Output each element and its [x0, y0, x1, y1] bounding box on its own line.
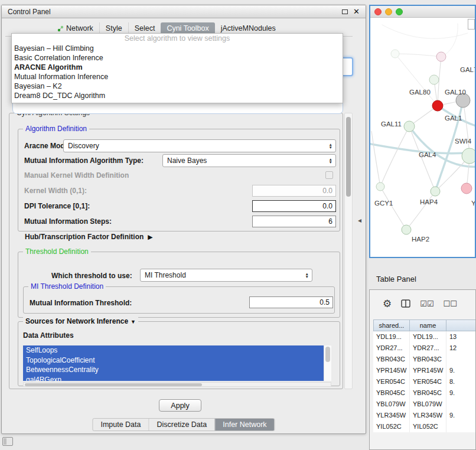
table-cell — [446, 421, 476, 432]
columns-icon[interactable] — [401, 299, 410, 308]
table-cell: 8. — [446, 376, 476, 387]
network-node[interactable] — [436, 52, 446, 61]
bottom-tab-infer-network[interactable]: Infer Network — [214, 419, 274, 431]
expand-arrow-icon[interactable]: ▶ — [148, 233, 152, 241]
network-node[interactable] — [404, 121, 415, 132]
collapse-arrow-down-icon[interactable]: ▼ — [131, 319, 136, 325]
zoom-button[interactable] — [396, 8, 403, 15]
scrollbar-thumb[interactable] — [325, 347, 330, 362]
table-cell: YDL19... — [410, 331, 446, 343]
settings-scrollbar[interactable] — [344, 113, 353, 389]
network-node[interactable] — [376, 182, 384, 191]
table-row[interactable]: YIL052CYIL052C — [373, 421, 476, 432]
tab-bar-items: NetworkStyleSelectCyni ToolboxjActiveMNo… — [51, 22, 282, 34]
restore-panel-icon[interactable] — [2, 437, 13, 446]
network-node[interactable] — [429, 75, 439, 84]
collapse-panel-icon[interactable]: ◂ — [358, 216, 361, 224]
sources-title[interactable]: Sources for Network Inference▼ — [23, 317, 138, 325]
table-row[interactable]: YER054CYER054C8. — [373, 376, 476, 387]
algorithm-option[interactable]: Bayesian – Hill Climbing — [12, 44, 343, 53]
bottom-tab-bar: Impute DataDiscretize DataInfer Network — [92, 418, 275, 431]
network-node[interactable] — [431, 187, 440, 196]
control-panel-window: Control Panel ✕ NetworkStyleSelectCyni T… — [1, 5, 366, 434]
apply-button[interactable]: Apply — [159, 399, 201, 412]
tab-select[interactable]: Select — [128, 22, 161, 34]
network-edge — [409, 126, 435, 191]
attribute-list-hscrollbar[interactable] — [23, 382, 331, 387]
gear-icon[interactable]: ⚙ — [383, 299, 392, 309]
control-panel-titlebar[interactable]: Control Panel ✕ — [2, 5, 366, 18]
column-header[interactable]: shared... — [373, 319, 410, 331]
table-row[interactable]: YBR045CYBR045C9. — [373, 387, 476, 399]
mi-steps-input[interactable] — [252, 216, 336, 227]
bottom-tab-impute-data[interactable]: Impute Data — [93, 419, 148, 431]
network-node[interactable] — [402, 225, 411, 234]
mi-threshold-label: Mutual Information Threshold: — [30, 299, 132, 307]
attribute-list-scrollbar[interactable] — [324, 345, 331, 381]
popup-placeholder: Select algorithm to view settings — [12, 34, 343, 44]
table-row[interactable]: YDR27...YDR27...12 — [373, 343, 476, 354]
network-window-titlebar[interactable] — [370, 6, 475, 18]
network-node[interactable] — [432, 100, 443, 111]
network-node[interactable] — [462, 148, 475, 164]
tab-label: jActiveMNodules — [221, 24, 276, 32]
column-header[interactable]: name — [410, 319, 446, 331]
tab-label: Select — [135, 24, 155, 32]
which-threshold-value: MI Threshold — [145, 271, 186, 279]
algorithm-option[interactable]: Bayesian – K2 — [12, 81, 343, 91]
manual-kernel-checkbox — [325, 171, 333, 179]
tab-network[interactable]: Network — [51, 22, 99, 34]
network-canvas-svg[interactable]: GAL7GAL80GAL10GAL11GAL1SWI4GAL4GCY1HAP4H… — [370, 18, 475, 257]
minimize-button[interactable] — [385, 8, 392, 15]
table-cell: YBR045C — [410, 387, 446, 399]
attribute-item[interactable]: SelfLoops — [23, 345, 324, 356]
table-row[interactable]: YBR043CYBR043C — [373, 354, 476, 365]
network-window: GAL7GAL80GAL10GAL11GAL1SWI4GAL4GCY1HAP4H… — [369, 5, 476, 258]
aracne-mode-select[interactable]: Discovery ▲▼ — [63, 139, 336, 152]
attribute-item[interactable]: TopologicalCoefficient — [23, 356, 324, 366]
scrollbar-thumb[interactable] — [346, 117, 351, 197]
tab-cyni-toolbox[interactable]: Cyni Toolbox — [161, 22, 214, 34]
window-buttons: ✕ — [342, 8, 360, 15]
mi-algorithm-type-select[interactable]: Naive Bayes ▲▼ — [162, 154, 336, 167]
network-node-label: GAL11 — [381, 120, 402, 128]
table-cell: 9. — [446, 365, 476, 376]
table-panel-title: Table Panel — [376, 275, 416, 283]
select-all-icon[interactable]: ☑☑ — [420, 299, 433, 309]
tab-label: Cyni Toolbox — [167, 24, 208, 32]
algorithm-option[interactable]: ARACNE Algorithm — [12, 63, 343, 72]
algorithm-option[interactable]: Mutual Information Inference — [12, 72, 343, 81]
close-button[interactable] — [374, 8, 382, 15]
mi-threshold-group-title: MI Threshold Definition — [28, 282, 106, 291]
dpi-tolerance-input[interactable] — [252, 200, 336, 212]
tab-style[interactable]: Style — [99, 22, 128, 34]
column-header[interactable] — [446, 319, 476, 331]
table-cell: YER054C — [410, 376, 446, 387]
hub-definition-section[interactable]: Hub/Transcription Factor Definition ▶ — [25, 233, 153, 241]
mi-threshold-input[interactable] — [249, 296, 333, 308]
close-window-icon[interactable]: ✕ — [353, 8, 360, 15]
kernel-width-label: Kernel Width (0,1): — [24, 187, 87, 195]
network-node[interactable] — [461, 183, 472, 194]
threshold-definition-title: Threshold Definition — [23, 247, 91, 256]
threshold-definition-group: Threshold Definition Which threshold to … — [18, 252, 340, 318]
network-node[interactable] — [391, 50, 399, 58]
deselect-all-icon[interactable]: ☐☐ — [444, 299, 457, 309]
table-cell: YDR27... — [410, 343, 446, 354]
bottom-tab-discretize-data[interactable]: Discretize Data — [149, 419, 215, 431]
mi-threshold-group: MI Threshold Definition Mutual Informati… — [23, 286, 335, 314]
table-row[interactable]: YBL079WYBL079W — [373, 399, 476, 410]
attribute-item[interactable]: gal4RGexp — [23, 375, 324, 381]
table-row[interactable]: YPR145WYPR145W9. — [373, 365, 476, 376]
algorithm-option[interactable]: Basic Correlation Inference — [12, 53, 343, 63]
algorithm-option[interactable]: Dream8 DC_TDC Algorithm — [12, 91, 343, 100]
tab-jactivemnodules[interactable]: jActiveMNodules — [215, 22, 282, 34]
data-attributes-list[interactable]: SelfLoopsTopologicalCoefficientBetweenne… — [23, 345, 331, 381]
float-window-icon[interactable] — [342, 9, 348, 14]
attribute-item[interactable]: BetweennessCentrality — [23, 365, 324, 375]
scrollbar-thumb[interactable] — [25, 383, 202, 386]
manual-kernel-label: Manual Kernel Width Definition — [24, 171, 129, 180]
table-row[interactable]: YDL19...YDL19...13 — [373, 331, 476, 343]
which-threshold-select[interactable]: MI Threshold ▲▼ — [140, 269, 312, 282]
table-row[interactable]: YLR345WYLR345W9. — [373, 410, 476, 421]
